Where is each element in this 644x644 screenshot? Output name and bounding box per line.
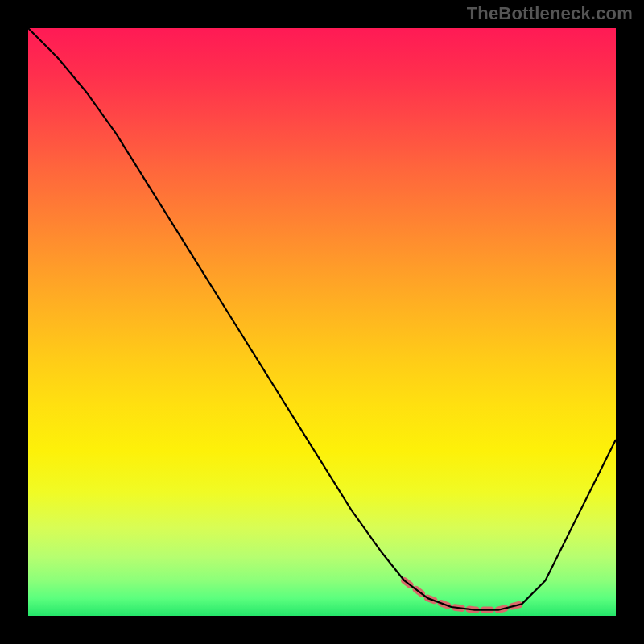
plot-svg [28, 28, 616, 616]
bottleneck-curve [28, 28, 616, 610]
watermark-text: TheBottleneck.com [467, 3, 633, 24]
plot-area [28, 28, 616, 616]
chart-frame: TheBottleneck.com [0, 0, 644, 644]
curve-highlight-segment [404, 580, 522, 610]
